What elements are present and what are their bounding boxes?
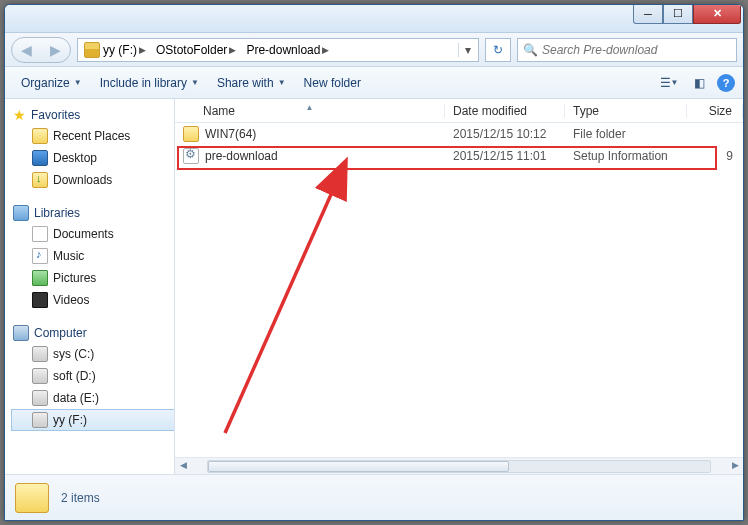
file-name: WIN7(64) xyxy=(205,127,256,141)
file-list-pane: Name ▲ Date modified Type Size WIN7(6 xyxy=(175,99,743,474)
file-date: 2015/12/15 11:01 xyxy=(445,149,565,163)
sort-asc-icon: ▲ xyxy=(306,103,314,112)
column-date[interactable]: Date modified xyxy=(445,104,565,118)
forward-icon: ▶ xyxy=(50,42,61,58)
crumb-drive-label: yy (F:) xyxy=(103,43,137,57)
drive-icon xyxy=(32,346,48,362)
libraries-group[interactable]: Libraries xyxy=(11,203,174,223)
scroll-right-icon[interactable]: ▶ xyxy=(727,460,743,473)
drive-icon xyxy=(32,412,48,428)
drive-icon xyxy=(32,368,48,384)
new-folder-button[interactable]: New folder xyxy=(296,72,369,94)
annotation-arrow xyxy=(195,133,555,453)
titlebar: ─ ☐ ✕ xyxy=(5,5,743,33)
column-type[interactable]: Type xyxy=(565,104,687,118)
desktop-icon xyxy=(32,150,48,166)
help-button[interactable]: ? xyxy=(717,74,735,92)
organize-button[interactable]: Organize ▼ xyxy=(13,72,90,94)
chevron-right-icon[interactable]: ▶ xyxy=(227,45,238,55)
status-bar: 2 items xyxy=(5,474,743,520)
pictures-icon xyxy=(32,270,48,286)
column-headers: Name ▲ Date modified Type Size xyxy=(175,99,743,123)
file-name: pre-download xyxy=(205,149,278,163)
nav-downloads[interactable]: Downloads xyxy=(11,169,174,191)
documents-icon xyxy=(32,226,48,242)
address-dropdown[interactable]: ▾ xyxy=(458,43,476,57)
include-in-library-button[interactable]: Include in library ▼ xyxy=(92,72,207,94)
crumb-seg1-label: OStotoFolder xyxy=(156,43,227,57)
computer-icon xyxy=(13,325,29,341)
dropdown-icon: ▼ xyxy=(74,78,82,87)
address-bar[interactable]: yy (F:) ▶ OStotoFolder ▶ Pre-download ▶ … xyxy=(77,38,479,62)
music-icon xyxy=(32,248,48,264)
close-button[interactable]: ✕ xyxy=(693,4,741,24)
status-item-count: 2 items xyxy=(61,491,100,505)
search-icon: 🔍 xyxy=(523,43,538,57)
scroll-track[interactable] xyxy=(207,460,711,473)
maximize-button[interactable]: ☐ xyxy=(663,4,693,24)
nav-drive-e[interactable]: data (E:) xyxy=(11,387,174,409)
back-icon: ◀ xyxy=(21,42,32,58)
drive-icon xyxy=(32,390,48,406)
folder-icon xyxy=(32,128,48,144)
drive-icon xyxy=(84,42,100,58)
horizontal-scrollbar[interactable]: ◀ ▶ xyxy=(175,457,743,474)
history-buttons[interactable]: ◀ ▶ xyxy=(11,37,71,63)
column-size[interactable]: Size xyxy=(687,104,743,118)
crumb-seg2[interactable]: Pre-download ▶ xyxy=(242,39,335,61)
nav-videos[interactable]: Videos xyxy=(11,289,174,311)
file-row[interactable]: pre-download 2015/12/15 11:01 Setup Info… xyxy=(175,145,743,167)
column-name[interactable]: Name ▲ xyxy=(175,104,445,118)
nav-recent-places[interactable]: Recent Places xyxy=(11,125,174,147)
search-box[interactable]: 🔍 xyxy=(517,38,737,62)
share-with-button[interactable]: Share with ▼ xyxy=(209,72,294,94)
preview-pane-button[interactable]: ◧ xyxy=(687,72,711,94)
chevron-right-icon[interactable]: ▶ xyxy=(137,45,148,55)
crumb-drive[interactable]: yy (F:) ▶ xyxy=(80,39,152,61)
svg-line-0 xyxy=(225,163,345,433)
favorites-label: Favorites xyxy=(31,108,80,122)
explorer-window: ─ ☐ ✕ ◀ ▶ yy (F:) ▶ OStotoFolder ▶ Pre-d… xyxy=(4,4,744,521)
nav-pictures[interactable]: Pictures xyxy=(11,267,174,289)
computer-group[interactable]: Computer xyxy=(11,323,174,343)
folder-icon xyxy=(15,483,49,513)
file-size: 9 xyxy=(687,149,743,163)
nav-drive-c[interactable]: sys (C:) xyxy=(11,343,174,365)
navigation-pane: ★ Favorites Recent Places Desktop Downlo… xyxy=(5,99,175,474)
nav-music[interactable]: Music xyxy=(11,245,174,267)
body: ★ Favorites Recent Places Desktop Downlo… xyxy=(5,99,743,474)
downloads-icon xyxy=(32,172,48,188)
crumb-seg2-label: Pre-download xyxy=(246,43,320,57)
libraries-icon xyxy=(13,205,29,221)
nav-documents[interactable]: Documents xyxy=(11,223,174,245)
view-options-button[interactable]: ☰ ▼ xyxy=(657,72,681,94)
setup-info-icon xyxy=(183,148,199,164)
dropdown-icon: ▼ xyxy=(278,78,286,87)
search-input[interactable] xyxy=(542,43,731,57)
scroll-left-icon[interactable]: ◀ xyxy=(175,460,191,473)
star-icon: ★ xyxy=(13,107,26,123)
scroll-thumb[interactable] xyxy=(208,461,509,472)
nav-drive-d[interactable]: soft (D:) xyxy=(11,365,174,387)
videos-icon xyxy=(32,292,48,308)
share-label: Share with xyxy=(217,76,274,90)
newfolder-label: New folder xyxy=(304,76,361,90)
window-controls: ─ ☐ ✕ xyxy=(633,4,741,24)
include-label: Include in library xyxy=(100,76,187,90)
minimize-button[interactable]: ─ xyxy=(633,4,663,24)
chevron-right-icon[interactable]: ▶ xyxy=(320,45,331,55)
address-row: ◀ ▶ yy (F:) ▶ OStotoFolder ▶ Pre-downloa… xyxy=(5,33,743,67)
toolbar: Organize ▼ Include in library ▼ Share wi… xyxy=(5,67,743,99)
dropdown-icon: ▼ xyxy=(191,78,199,87)
crumb-seg1[interactable]: OStotoFolder ▶ xyxy=(152,39,242,61)
file-type: Setup Information xyxy=(565,149,687,163)
favorites-group[interactable]: ★ Favorites xyxy=(11,105,174,125)
file-rows: WIN7(64) 2015/12/15 10:12 File folder pr… xyxy=(175,123,743,457)
refresh-button[interactable]: ↻ xyxy=(485,38,511,62)
file-type: File folder xyxy=(565,127,687,141)
nav-drive-f[interactable]: yy (F:) xyxy=(11,409,174,431)
file-row[interactable]: WIN7(64) 2015/12/15 10:12 File folder xyxy=(175,123,743,145)
organize-label: Organize xyxy=(21,76,70,90)
file-date: 2015/12/15 10:12 xyxy=(445,127,565,141)
nav-desktop[interactable]: Desktop xyxy=(11,147,174,169)
